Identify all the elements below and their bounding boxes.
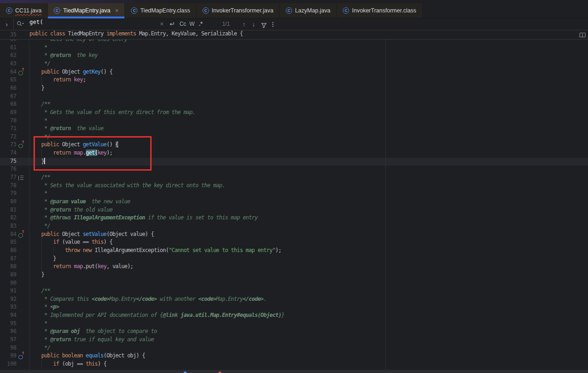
code-line-100[interactable]: 100 if (obj == this) { (0, 361, 588, 369)
override-arrow: ↑ (21, 230, 25, 234)
code-line-90[interactable]: 90 (0, 280, 588, 288)
tab-invokertransformer-java[interactable]: CInvokerTransformer.java (197, 3, 280, 18)
search-input[interactable]: get( (29, 18, 43, 30)
more-options-icon[interactable]: ⋮ (270, 18, 276, 30)
code-line-87[interactable]: 87 } (0, 255, 588, 264)
code-token: /** (29, 287, 50, 294)
filter-icon[interactable] (260, 18, 268, 30)
tab-label: InvokerTransformer.java (212, 7, 273, 14)
code-line-85[interactable]: 85 if (value == this) { (0, 239, 588, 247)
line-number: 62 (0, 52, 17, 58)
code-token: java.util.Map.Entry#equals(Object) (181, 312, 281, 318)
overrides-method-icon[interactable]: ↑ (18, 142, 24, 148)
code-line-86[interactable]: 86 throw new IllegalArgumentException("C… (0, 247, 588, 255)
code-line-78[interactable]: 78 * Sets the value associated with the … (0, 182, 588, 190)
match-case-toggle[interactable]: Cc (178, 18, 187, 30)
code-token: key (97, 263, 106, 270)
overrides-method-icon[interactable]: ↑ (18, 353, 24, 359)
code-token: * (29, 320, 47, 327)
code-line-88[interactable]: 88 return map.put(key, value); (0, 263, 588, 271)
code-line-81[interactable]: 81 * @return the old value (0, 207, 588, 215)
code-line-92[interactable]: 92 * Compares this <code>Map.Entry</code… (0, 296, 588, 304)
code-token: * Gets the value of this entry direct fr… (29, 109, 195, 115)
code-token (29, 76, 53, 83)
code-token: obj (71, 328, 79, 334)
code-line-99[interactable]: 99↑ public boolean equals(Object obj) { (0, 352, 588, 361)
tab-label: InvokerTransformer.class (352, 7, 416, 14)
code-line-77[interactable]: 77 /** (0, 174, 588, 182)
line-number: 63 (0, 60, 17, 67)
code-token: this (91, 239, 103, 245)
code-line-89[interactable]: 89 } (0, 271, 588, 280)
next-match-button[interactable]: ↓ (249, 18, 258, 30)
line-number: 94 (0, 312, 17, 318)
code-token: * (29, 117, 47, 124)
code-line-65[interactable]: 65 return key; (0, 76, 588, 85)
sticky-code-text: public class TiedMapEntry implements Map… (29, 30, 243, 39)
expand-search-chevron-icon[interactable]: › (0, 18, 14, 30)
tab-lazymap-java[interactable]: CLazyMap.java (280, 3, 337, 18)
code-line-83[interactable]: 83 */ (0, 223, 588, 231)
close-tab-icon[interactable]: × (115, 7, 119, 14)
code-line-93[interactable]: 93 * <p> (0, 304, 588, 312)
match-count: 1/1 (217, 18, 235, 30)
tab-invokertransformer-class[interactable]: CInvokerTransformer.class (337, 3, 423, 18)
code-line-63[interactable]: 63 */ (0, 60, 588, 69)
java-class-icon: C (6, 7, 12, 14)
code-line-71[interactable]: 71 * @return the value (0, 125, 588, 133)
code-token: Object (59, 231, 83, 237)
line-number: 65 (0, 76, 17, 83)
code-token: public (41, 352, 59, 359)
code-line-61[interactable]: 61 * (0, 44, 588, 52)
code-line-84[interactable]: 84↑ public Object setValue(Object value)… (0, 231, 588, 239)
code-token: the old value (71, 207, 112, 213)
code-token: Map.Entry, KeyValue, Serializable { (136, 30, 243, 37)
code-line-97[interactable]: 97 * @return true if equal key and value (0, 336, 588, 344)
code-line-91[interactable]: 91 /** (0, 287, 588, 296)
line-number: 67 (0, 93, 17, 99)
whole-words-toggle[interactable]: W (188, 18, 196, 30)
code-token: * Sets the value associated with the key… (29, 182, 225, 189)
gutter-comment-icon[interactable] (18, 176, 23, 180)
code-token: "Cannot set value to this map entry" (169, 247, 275, 253)
code-token: } (29, 255, 56, 262)
code-line-68[interactable]: 68 /** (0, 101, 588, 109)
overrides-method-icon[interactable]: ↑ (18, 69, 24, 75)
line-number: 80 (0, 198, 17, 205)
code-line-82[interactable]: 82 * @throws IllegalArgumentException if… (0, 214, 588, 223)
code-line-96[interactable]: 96 * @param obj the object to compare to (0, 328, 588, 336)
code-line-62[interactable]: 62 * @return the key (0, 52, 588, 60)
regex-toggle[interactable]: .* (197, 18, 205, 30)
line-number: 98 (0, 344, 17, 351)
previous-match-button[interactable]: ↑ (240, 18, 248, 30)
tab-tiedmapentry-class[interactable]: CTiedMapEntry.class (125, 3, 196, 18)
code-token: <code> (198, 296, 216, 302)
code-token: throw (65, 247, 79, 253)
code-text: * (29, 190, 47, 196)
code-text: /** (29, 174, 50, 180)
code-line-79[interactable]: 79 * (0, 190, 588, 198)
code-token: the object to compare to (80, 328, 157, 334)
search-icon[interactable] (17, 21, 24, 29)
code-editor[interactable]: 60 * Gets the key of this entry61 *62 * … (0, 0, 588, 373)
code-line-70[interactable]: 70 * (0, 117, 588, 126)
overrides-method-icon[interactable]: ↑ (18, 232, 24, 238)
code-line-98[interactable]: 98 */ (0, 344, 588, 353)
code-token: new (83, 247, 91, 253)
code-line-94[interactable]: 94 * Implemented per API documentation o… (0, 312, 588, 320)
code-line-95[interactable]: 95 * (0, 320, 588, 328)
breadcrumbs-bar[interactable] (0, 370, 588, 373)
code-line-69[interactable]: 69 * Gets the value of this entry direct… (0, 109, 588, 117)
line-number: 66 (0, 85, 17, 91)
code-line-80[interactable]: 80 * @param value the new value (0, 198, 588, 207)
code-line-66[interactable]: 66 } (0, 85, 588, 93)
sticky-header-line[interactable]: 35 public class TiedMapEntry implements … (0, 30, 588, 40)
new-line-icon[interactable]: ↵ (168, 18, 176, 30)
reader-mode-book-icon[interactable] (579, 32, 586, 40)
clear-search-icon[interactable]: × (158, 18, 165, 30)
tab-tiedmapentry-java[interactable]: CTiedMapEntry.java× (48, 3, 125, 18)
code-line-64[interactable]: 64↑ public Object getKey() { (0, 69, 588, 77)
tab-cc11-java[interactable]: CCC11.java (0, 3, 48, 18)
code-text: throw new IllegalArgumentException("Cann… (29, 247, 281, 253)
code-line-67[interactable]: 67 (0, 93, 588, 101)
